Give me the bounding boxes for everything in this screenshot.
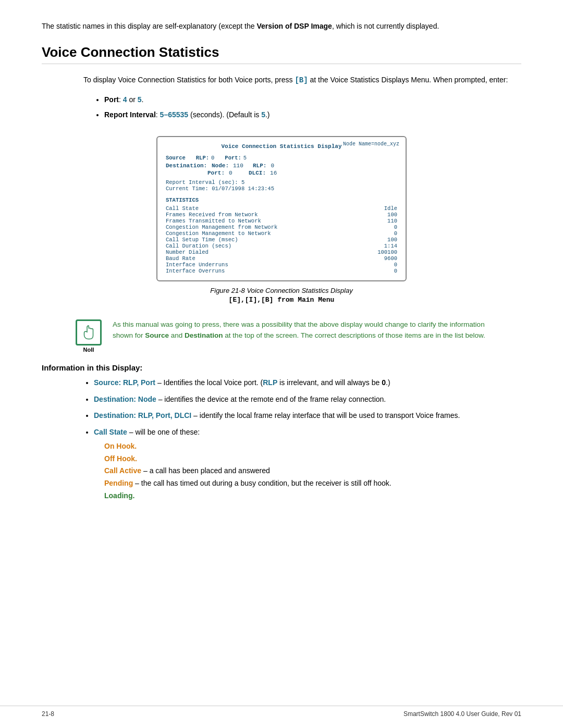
section-intro: To display Voice Connection Statistics f… bbox=[83, 75, 521, 86]
stat-row: Interface Overruns0 bbox=[166, 268, 397, 274]
stat-value: 110 bbox=[366, 218, 397, 224]
dest-rlp-val: 0 bbox=[271, 163, 281, 169]
call-state-desc: – the call has timed out during a busy c… bbox=[133, 479, 391, 487]
source-dest-block: Source RLP: 0 Port: 5 Destination: Node:… bbox=[166, 155, 397, 176]
footer-page-number: 21-8 bbox=[42, 710, 54, 718]
intro-text-2: , which is not currently displayed. bbox=[332, 22, 439, 30]
stat-name: Interface Overruns bbox=[166, 268, 366, 274]
dest-rlp-text: – identify the local frame relay interfa… bbox=[191, 411, 460, 419]
port-label: Port bbox=[104, 95, 119, 104]
stat-row: Call StateIdle bbox=[166, 205, 397, 212]
section-key-b: [B] bbox=[295, 76, 308, 84]
source-port-label: Port: bbox=[225, 155, 241, 161]
dest-dlci-val: 16 bbox=[270, 170, 277, 176]
note-icon-graphic bbox=[76, 319, 102, 346]
stat-name: Number Dialed bbox=[166, 249, 366, 255]
page-footer: 21-8 SmartSwitch 1800 4.0 User Guide, Re… bbox=[0, 706, 563, 718]
rlp-text3: .) bbox=[386, 378, 390, 387]
intro-bold-1: Version of DSP Image bbox=[256, 22, 332, 30]
section-intro-text: To display Voice Connection Statistics f… bbox=[83, 76, 295, 84]
dest-port-val: 0 bbox=[229, 170, 244, 176]
dest-rlp-port-dlci-label: Destination: RLP, Port, DLCI bbox=[94, 411, 191, 419]
dest-node-label: Node: bbox=[212, 163, 229, 169]
figure-sub-caption-text: [E],[I],[B] from Main Menu bbox=[229, 296, 335, 304]
figure-caption: Figure 21-8 Voice Connection Statistics … bbox=[210, 287, 352, 294]
source-port-row: Port: 5 bbox=[225, 155, 247, 161]
stat-name: Congestion Management from Network bbox=[166, 224, 366, 230]
dest-dlci-label: DLCI: bbox=[249, 170, 266, 176]
stat-name: Baud Rate bbox=[166, 255, 366, 262]
parameter-list: Port: 4 or 5. Report Interval: 5–65535 (… bbox=[104, 94, 521, 120]
source-port-val: 5 bbox=[243, 155, 247, 161]
report-interval-row: Report Interval (sec): 5 Current Time: 0… bbox=[166, 179, 397, 192]
report-label: Report Interval bbox=[104, 110, 156, 119]
info-section-title: Information in this Display: bbox=[42, 363, 521, 372]
note-text-3: at the top of the screen. The correct de… bbox=[223, 331, 485, 339]
port-bullet: Port: 4 or 5. bbox=[104, 94, 521, 105]
stat-row: Frames Received from Network100 bbox=[166, 212, 397, 218]
info-item-dest-node: Destination: Node – identifies the devic… bbox=[94, 394, 521, 405]
port-val1: 4 bbox=[123, 95, 127, 104]
source-rlp-val: 0 bbox=[211, 155, 214, 161]
note-icon: NoII bbox=[73, 319, 104, 353]
stat-row: Call Setup Time (msec)100 bbox=[166, 237, 397, 243]
port-mid: or bbox=[127, 95, 138, 104]
dest-port-row: Port: 0 DLCI: 16 bbox=[207, 170, 397, 176]
footer-title: SmartSwitch 1800 4.0 User Guide, Rev 01 bbox=[403, 710, 521, 718]
figure-sub-caption: [E],[I],[B] from Main Menu bbox=[229, 295, 335, 304]
stat-row: Baud Rate9600 bbox=[166, 255, 397, 262]
call-state-item: On Hook. bbox=[104, 440, 521, 453]
stat-name: Call Duration (secs) bbox=[166, 243, 366, 249]
source-label: Source bbox=[166, 155, 186, 161]
stat-row: Call Duration (secs)1:14 bbox=[166, 243, 397, 249]
call-state-item: Pending – the call has timed out during … bbox=[104, 477, 521, 490]
call-state-sub-list: On Hook.Off Hook.Call Active – a call ha… bbox=[104, 440, 521, 502]
call-state-item: Off Hook. bbox=[104, 453, 521, 465]
stat-value: Idle bbox=[366, 205, 397, 212]
intro-text-1: The statistic names in this display are … bbox=[42, 22, 256, 30]
report-sep: : bbox=[156, 110, 160, 119]
dest-node-text: – identifies the device at the remote en… bbox=[156, 395, 386, 403]
intro-paragraph: The statistic names in this display are … bbox=[42, 21, 521, 32]
report-val2: 5 bbox=[261, 110, 265, 119]
info-item-call-state: Call State – will be one of these: On Ho… bbox=[94, 427, 521, 502]
stat-row: Congestion Management to Network0 bbox=[166, 230, 397, 237]
dest-row: Destination: Node: 110 RLP: 0 bbox=[166, 163, 397, 169]
stats-header: STATISTICS bbox=[166, 197, 397, 203]
dest-node-label2: Destination: Node bbox=[94, 395, 156, 403]
dest-label: Destination: bbox=[166, 163, 207, 169]
note-text-2: and bbox=[169, 331, 185, 339]
call-state-text: – will be one of these: bbox=[127, 428, 200, 436]
note-text: As this manual was going to press, there… bbox=[113, 319, 490, 341]
report-mid: (seconds). (Default is bbox=[188, 110, 261, 119]
report-val1: 5–65535 bbox=[160, 110, 189, 119]
terminal-display: Node Name=node_xyz Voice Connection Stat… bbox=[156, 136, 407, 281]
stat-row: Interface Underruns0 bbox=[166, 262, 397, 268]
stat-name: Frames Transmitted to Network bbox=[166, 218, 366, 224]
note-box: NoII As this manual was going to press, … bbox=[73, 319, 490, 353]
stat-value: 100 bbox=[366, 212, 397, 218]
stat-value: 1:14 bbox=[366, 243, 397, 249]
info-item-source: Source: RLP, Port – Identifies the local… bbox=[94, 377, 521, 389]
stat-row: Frames Transmitted to Network110 bbox=[166, 218, 397, 224]
stat-value: 100100 bbox=[366, 249, 397, 255]
rlp-label: RLP bbox=[263, 378, 277, 387]
section-intro-cont: at the Voice Statistics Displays Menu. W… bbox=[308, 76, 508, 84]
stat-value: 0 bbox=[366, 230, 397, 237]
stat-value: 0 bbox=[366, 268, 397, 274]
report-interval-text: Report Interval (sec): 5 bbox=[166, 179, 397, 186]
zero-label: 0 bbox=[382, 378, 386, 387]
stat-name: Interface Underruns bbox=[166, 262, 366, 268]
info-item-dest-rlp: Destination: RLP, Port, DLCI – identify … bbox=[94, 410, 521, 422]
info-section: Information in this Display: Source: RLP… bbox=[42, 363, 521, 502]
stat-value: 9600 bbox=[366, 255, 397, 262]
stat-name: Call Setup Time (msec) bbox=[166, 237, 366, 243]
dest-port-label: Port: bbox=[207, 170, 225, 176]
rlp-text2: is irrelevant, and will always be bbox=[277, 378, 382, 387]
stat-name: Frames Received from Network bbox=[166, 212, 366, 218]
stats-section: STATISTICS Call StateIdleFrames Received… bbox=[166, 197, 397, 274]
call-state-desc: – a call has been placed and answered bbox=[141, 466, 270, 475]
stat-name: Congestion Management to Network bbox=[166, 230, 366, 237]
node-name: Node Name=node_xyz bbox=[343, 141, 399, 147]
note-icon-label: NoII bbox=[83, 347, 94, 353]
